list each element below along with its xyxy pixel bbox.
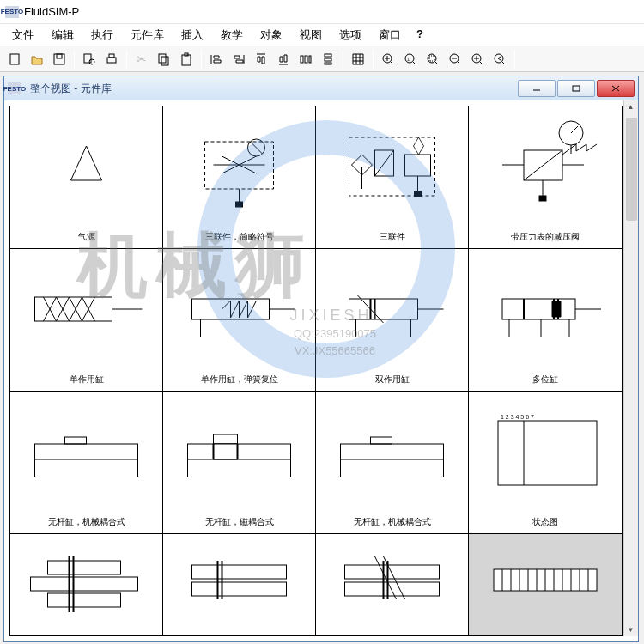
component-state-diagram[interactable]: 1 2 3 4 5 6 7 状态图 <box>469 392 622 534</box>
cell-label: 单作用缸 <box>10 374 162 386</box>
component-single-acting-spring-return[interactable]: 单作用缸，弹簧复位 <box>163 249 316 392</box>
vertical-scrollbar[interactable]: ▲ ▼ <box>623 100 638 636</box>
svg-rect-3 <box>84 54 91 63</box>
svg-rect-5 <box>107 58 116 63</box>
menu-view[interactable]: 视图 <box>291 24 331 46</box>
toolbar-separator <box>373 50 374 69</box>
child-icon: FESTO <box>8 82 21 94</box>
menu-run[interactable]: 执行 <box>82 24 122 46</box>
menu-window[interactable]: 窗口 <box>370 24 410 46</box>
svg-rect-47 <box>498 421 597 485</box>
svg-rect-42 <box>188 444 291 459</box>
component-rodless-mechanical-2[interactable]: 无杆缸，机械耦合式 <box>316 392 469 534</box>
component-row4-1[interactable] <box>10 534 163 636</box>
align-bottom-icon[interactable] <box>272 48 295 70</box>
svg-rect-6 <box>109 54 114 58</box>
svg-rect-11 <box>301 56 303 63</box>
component-rodless-magnetic[interactable]: 无杆缸，磁耦合式 <box>163 392 316 534</box>
cell-label: 三联件，简略符号 <box>163 231 315 243</box>
app-icon: FESTO <box>5 6 19 18</box>
svg-rect-44 <box>214 444 238 459</box>
menu-file[interactable]: 文件 <box>3 24 43 46</box>
align-top-icon[interactable] <box>250 48 272 70</box>
svg-point-4 <box>89 59 94 64</box>
zoom-100-icon[interactable]: 1 <box>399 48 422 70</box>
toolbar-separator <box>126 50 127 69</box>
cell-label: 气源 <box>10 231 162 243</box>
app-title: FluidSIM-P <box>24 5 79 18</box>
preview-icon[interactable] <box>78 48 100 70</box>
cell-label: 无杆缸，磁耦合式 <box>163 516 315 528</box>
cell-label: 多位缸 <box>469 374 622 386</box>
component-rodless-mechanical-1[interactable]: 无杆缸，机械耦合式 <box>10 392 163 534</box>
save-icon[interactable] <box>48 48 70 70</box>
cell-label: 双作用缸 <box>316 374 468 386</box>
align-left-icon[interactable] <box>205 48 228 70</box>
paste-icon[interactable] <box>175 48 197 70</box>
copy-icon[interactable] <box>153 48 175 70</box>
library-grid-scroll: 气源 三联件，简略符号 三联件 带压力表的减压阀 单作用缸 <box>9 106 623 636</box>
scroll-up-icon[interactable]: ▲ <box>624 100 637 113</box>
align-right-icon[interactable] <box>228 48 250 70</box>
component-row4-2[interactable] <box>163 534 316 636</box>
toolbar-separator <box>201 50 202 69</box>
menubar: 文件 编辑 执行 元件库 插入 教学 对象 视图 选项 窗口 ? <box>0 24 644 46</box>
svg-rect-40 <box>35 444 138 459</box>
svg-rect-8 <box>161 57 168 65</box>
toolbar: ✂ 1 <box>0 46 644 72</box>
svg-rect-15 <box>325 58 331 61</box>
svg-rect-25 <box>573 86 580 91</box>
svg-rect-36 <box>35 297 112 321</box>
minimize-button[interactable] <box>518 80 556 97</box>
component-frl-simple[interactable]: 三联件，简略符号 <box>163 106 316 249</box>
menu-teach[interactable]: 教学 <box>212 24 252 46</box>
cut-icon[interactable]: ✂ <box>131 48 153 70</box>
close-button[interactable] <box>597 80 635 97</box>
menu-insert[interactable]: 插入 <box>173 24 212 46</box>
toolbar-separator <box>514 50 515 69</box>
zoom-region-icon[interactable] <box>422 48 444 70</box>
component-row4-3[interactable] <box>316 534 469 636</box>
zoom-fit-icon[interactable] <box>377 48 399 70</box>
svg-rect-38 <box>349 299 418 319</box>
svg-rect-53 <box>192 582 287 596</box>
svg-rect-50 <box>31 577 138 591</box>
zoom-in-icon[interactable] <box>466 48 489 70</box>
distribute-h-icon[interactable] <box>295 48 317 70</box>
zoom-out-icon[interactable] <box>444 48 466 70</box>
maximize-button[interactable] <box>557 80 595 97</box>
svg-rect-21 <box>429 56 434 61</box>
svg-rect-45 <box>341 444 444 459</box>
menu-object[interactable]: 对象 <box>252 24 291 46</box>
new-file-icon[interactable] <box>3 48 26 70</box>
menu-options[interactable]: 选项 <box>331 24 370 46</box>
cell-label: 状态图 <box>469 516 622 528</box>
component-frl[interactable]: 三联件 <box>316 106 469 249</box>
scroll-down-icon[interactable]: ▼ <box>624 623 637 636</box>
menu-library[interactable]: 元件库 <box>122 24 173 46</box>
child-window-title: 整个视图 - 元件库 <box>30 82 518 96</box>
toolbar-separator <box>343 50 343 69</box>
zoom-prev-icon[interactable] <box>489 48 511 70</box>
component-row4-4[interactable] <box>469 534 622 636</box>
component-double-acting-cylinder[interactable]: 双作用缸 <box>316 249 469 392</box>
svg-rect-55 <box>345 582 440 596</box>
open-file-icon[interactable] <box>26 48 48 70</box>
menu-help[interactable]: ? <box>410 24 430 46</box>
menu-edit[interactable]: 编辑 <box>43 24 82 46</box>
toolbar-separator <box>74 50 75 69</box>
svg-rect-41 <box>65 437 87 444</box>
scrollbar-thumb[interactable] <box>626 118 637 221</box>
svg-rect-9 <box>182 55 191 65</box>
child-titlebar[interactable]: FESTO 整个视图 - 元件库 <box>4 76 638 100</box>
component-single-acting-cylinder[interactable]: 单作用缸 <box>10 249 163 392</box>
component-pressure-regulator-gauge[interactable]: 带压力表的减压阀 <box>469 106 622 249</box>
svg-rect-32 <box>415 191 422 197</box>
component-multi-position-cylinder[interactable]: 多位缸 <box>469 249 622 392</box>
svg-rect-52 <box>192 565 287 579</box>
component-air-source[interactable]: 气源 <box>10 106 163 249</box>
print-icon[interactable] <box>100 48 123 70</box>
svg-rect-14 <box>325 54 331 57</box>
distribute-v-icon[interactable] <box>317 48 339 70</box>
grid-icon[interactable] <box>347 48 369 70</box>
